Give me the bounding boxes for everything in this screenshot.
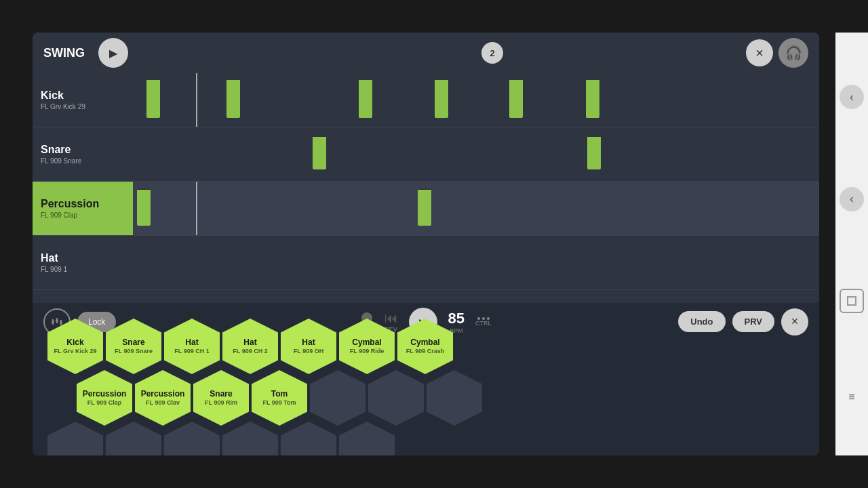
kick-note-6[interactable] — [586, 79, 599, 118]
pad-empty-5[interactable] — [106, 422, 161, 455]
kick-note-2[interactable] — [226, 79, 240, 118]
position-indicator: 2 — [481, 42, 503, 64]
kick-note-5[interactable] — [509, 79, 523, 118]
hat-name: Hat — [41, 252, 125, 264]
track-label-snare[interactable]: Snare FL 909 Snare — [33, 127, 133, 181]
prv-button[interactable]: PRV — [732, 311, 775, 332]
pad-percussion-clav[interactable]: Percussion FL 909 Clav — [135, 370, 191, 426]
snare-subtitle: FL 909 Snare — [41, 157, 125, 165]
track-row-percussion: Percussion FL 909 Clap — [33, 182, 819, 236]
track-grid-kick[interactable] — [133, 73, 819, 127]
track-label-percussion[interactable]: Percussion FL 909 Clap — [33, 182, 133, 235]
percussion-name: Percussion — [41, 198, 125, 210]
track-grid-hat[interactable] — [133, 236, 819, 289]
snare-note-1[interactable] — [313, 136, 326, 169]
pad-empty-6[interactable] — [164, 422, 220, 455]
pad-empty-7[interactable] — [222, 422, 278, 455]
pad-empty-1[interactable] — [310, 370, 366, 426]
track-row-hat: Hat FL 909 1 — [33, 236, 819, 290]
pad-tom[interactable]: Tom FL 909 Tom — [252, 370, 307, 426]
kick-subtitle: FL Grv Kick 29 — [41, 103, 125, 110]
timeline-ruler — [128, 46, 741, 60]
track-grid-percussion[interactable] — [133, 182, 819, 235]
track-row-snare: Snare FL 909 Snare — [33, 127, 819, 182]
pad-empty-3[interactable] — [427, 370, 482, 426]
pad-area: Kick FL Grv Kick 29 Snare FL 909 Snare H… — [33, 340, 819, 455]
perc-note-2[interactable] — [418, 188, 431, 226]
play-button-top[interactable]: ▶ — [98, 38, 128, 68]
close-button-top[interactable]: × — [746, 39, 773, 66]
chevron-left-icon-2[interactable]: ‹ — [840, 187, 864, 211]
hex-row-2: Percussion FL 909 Clap Percussion FL 909… — [75, 369, 484, 426]
undo-button[interactable]: Undo — [678, 311, 725, 332]
pad-cymbal-crash[interactable]: Cymbal FL 909 Crash — [397, 319, 453, 374]
kick-note-3[interactable] — [359, 79, 372, 118]
close-button-transport[interactable]: × — [781, 308, 808, 336]
hat-subtitle: FL 909 1 — [41, 266, 125, 273]
right-sidebar: ‹ ‹ ≡ — [835, 33, 868, 455]
chevron-left-icon-1[interactable]: ‹ — [840, 85, 864, 109]
pad-empty-2[interactable] — [368, 370, 424, 426]
percussion-subtitle: FL 909 Clap — [41, 211, 125, 219]
pad-empty-9[interactable] — [339, 422, 395, 455]
pad-snare[interactable]: Snare FL 909 Snare — [106, 319, 161, 374]
track-label-kick[interactable]: Kick FL Grv Kick 29 — [33, 73, 133, 127]
pad-hat-ch1[interactable]: Hat FL 909 CH 1 — [164, 319, 220, 374]
pad-percussion-clap[interactable]: Percussion FL 909 Clap — [77, 370, 132, 426]
track-label-hat[interactable]: Hat FL 909 1 — [33, 236, 133, 289]
pad-hat-ch2[interactable]: Hat FL 909 CH 2 — [222, 319, 278, 374]
track-area: Kick FL Grv Kick 29 Snare FL 909 Snare — [33, 73, 819, 340]
playhead-line — [196, 73, 197, 127]
sidebar-lines-icon[interactable]: ≡ — [848, 391, 854, 403]
track-row-kick: Kick FL Grv Kick 29 — [33, 73, 819, 127]
pad-empty-8[interactable] — [281, 422, 336, 455]
snare-note-2[interactable] — [587, 136, 601, 169]
track-grid-snare[interactable] — [133, 127, 819, 181]
kick-note-4[interactable] — [435, 79, 448, 118]
kick-note-1[interactable] — [146, 79, 160, 118]
pad-hat-oh[interactable]: Hat FL 909 OH — [281, 319, 336, 374]
pad-empty-4[interactable] — [47, 422, 103, 455]
hex-row-1: Kick FL Grv Kick 29 Snare FL 909 Snare H… — [46, 318, 484, 375]
timeline-area: 2 — [128, 33, 741, 73]
top-bar: SWING ▶ 2 × 🎧 — [33, 33, 819, 73]
user-icon: 🎧 — [778, 38, 808, 68]
snare-name: Snare — [41, 144, 125, 156]
perc-note-1[interactable] — [137, 188, 151, 226]
sidebar-square-button[interactable] — [840, 289, 864, 313]
pad-kick[interactable]: Kick FL Grv Kick 29 — [47, 319, 103, 374]
playhead-line-perc — [196, 182, 197, 235]
kick-name: Kick — [41, 89, 125, 102]
swing-label: SWING — [43, 46, 85, 60]
pad-cymbal-ride[interactable]: Cymbal FL 909 Ride — [339, 319, 395, 374]
main-container: SWING ▶ 2 × 🎧 Kick FL Grv Kick 29 — [33, 33, 819, 455]
hex-row-3 — [46, 421, 484, 455]
pad-snare-rim[interactable]: Snare FL 909 Rim — [193, 370, 249, 426]
